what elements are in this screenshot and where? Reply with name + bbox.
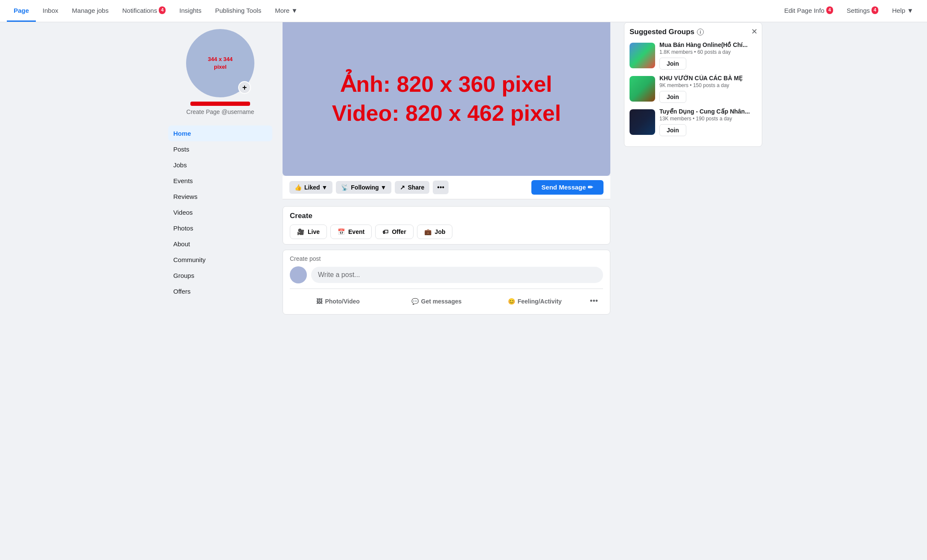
right-sidebar: Suggested Groups i ✕ Mua Bán Hàng Online… bbox=[617, 22, 762, 321]
photo-icon: 🖼 bbox=[316, 298, 322, 305]
create-post: Create post Write a post... 🖼 Photo/Vide… bbox=[283, 250, 610, 315]
main-content: Ảnh: 820 x 360 pixel Video: 820 x 462 pi… bbox=[276, 22, 617, 321]
group-info-1: Mua Bán Hàng Online(Hồ Chí... 1.8K membe… bbox=[659, 41, 757, 70]
photo-video-button[interactable]: 🖼 Photo/Video bbox=[290, 295, 386, 308]
offer-button[interactable]: 🏷 Offer bbox=[375, 225, 413, 239]
avatar-text: 344 x 344pixel bbox=[208, 55, 233, 71]
feeling-button[interactable]: 😊 Feeling/Activity bbox=[487, 295, 583, 308]
group-name-3: Tuyển Dụng - Cung Cấp Nhân... bbox=[659, 108, 757, 115]
group-meta-1: 1.8K members • 60 posts a day bbox=[659, 49, 757, 55]
nav-item-publishing-tools[interactable]: Publishing Tools bbox=[208, 0, 268, 22]
top-nav-right: Edit Page Info 4 Settings 4 Help ▼ bbox=[777, 0, 920, 22]
left-sidebar: 344 x 344pixel + Create Page @username H… bbox=[165, 22, 276, 321]
nav-item-settings[interactable]: Settings 4 bbox=[840, 0, 885, 22]
nav-item-more[interactable]: More ▼ bbox=[268, 0, 304, 22]
live-label: Live bbox=[308, 228, 320, 235]
sidebar-item-posts[interactable]: Posts bbox=[168, 141, 272, 157]
nav-item-insights[interactable]: Insights bbox=[172, 0, 208, 22]
cover-text: Ảnh: 820 x 360 pixel Video: 820 x 462 pi… bbox=[332, 70, 561, 128]
info-icon[interactable]: i bbox=[697, 29, 704, 35]
feeling-label: Feeling/Activity bbox=[518, 298, 562, 305]
sidebar-item-offers[interactable]: Offers bbox=[168, 283, 272, 299]
share-icon: ↗ bbox=[400, 184, 405, 191]
post-input[interactable]: Write a post... bbox=[311, 267, 603, 283]
create-post-input-row: Write a post... bbox=[290, 266, 603, 283]
suggested-groups: Suggested Groups i ✕ Mua Bán Hàng Online… bbox=[624, 22, 762, 147]
action-bar-left: 👍 Liked ▼ 📡 Following ▼ ↗ Share ••• bbox=[289, 181, 449, 194]
sidebar-item-photos[interactable]: Photos bbox=[168, 220, 272, 236]
nav-item-page[interactable]: Page bbox=[7, 0, 36, 22]
live-icon: 🎥 bbox=[297, 228, 304, 235]
sidebar-nav: Home Posts Jobs Events Reviews Videos Ph… bbox=[168, 125, 272, 299]
nav-item-notifications[interactable]: Notifications 4 bbox=[115, 0, 172, 22]
messages-label: Get messages bbox=[421, 298, 462, 305]
sidebar-item-home[interactable]: Home bbox=[168, 125, 272, 141]
group-meta-3: 13K members • 190 posts a day bbox=[659, 116, 757, 122]
liked-button[interactable]: 👍 Liked ▼ bbox=[289, 181, 332, 194]
avatar-plus-button[interactable]: + bbox=[238, 81, 251, 94]
create-bar-top: Create bbox=[290, 212, 603, 220]
group-item-1: Mua Bán Hàng Online(Hồ Chí... 1.8K membe… bbox=[630, 41, 757, 70]
event-label: Event bbox=[348, 228, 364, 235]
sidebar-item-reviews[interactable]: Reviews bbox=[168, 189, 272, 204]
group-name-2: KHU VƯỜN CỦA CÁC BÀ MẸ bbox=[659, 75, 757, 82]
suggested-groups-title: Suggested Groups bbox=[630, 28, 694, 36]
group-thumb-2 bbox=[630, 76, 655, 102]
event-button[interactable]: 📅 Event bbox=[330, 225, 372, 239]
following-label: Following ▼ bbox=[351, 184, 386, 191]
group-meta-2: 9K members • 150 posts a day bbox=[659, 82, 757, 88]
create-actions: 🎥 Live 📅 Event 🏷 Offer 💼 Job bbox=[290, 225, 603, 239]
live-button[interactable]: 🎥 Live bbox=[290, 225, 327, 239]
job-icon: 💼 bbox=[424, 228, 431, 235]
cover-photo[interactable]: Ảnh: 820 x 360 pixel Video: 820 x 462 pi… bbox=[283, 22, 610, 176]
nav-item-edit-page-info[interactable]: Edit Page Info 4 bbox=[777, 0, 840, 22]
cover-line1: Ảnh: 820 x 360 pixel bbox=[332, 70, 561, 99]
send-message-label: Send Message ✏ bbox=[542, 184, 593, 191]
post-avatar bbox=[290, 266, 307, 283]
feeling-icon: 😊 bbox=[508, 298, 515, 305]
join-button-1[interactable]: Join bbox=[659, 58, 686, 70]
offer-icon: 🏷 bbox=[382, 228, 388, 235]
job-label: Job bbox=[435, 228, 446, 235]
create-bar: Create 🎥 Live 📅 Event 🏷 Offer 💼 Job bbox=[283, 206, 610, 245]
job-button[interactable]: 💼 Job bbox=[417, 225, 453, 239]
liked-label: Liked ▼ bbox=[304, 184, 327, 191]
sidebar-item-groups[interactable]: Groups bbox=[168, 268, 272, 283]
page-username: Create Page @username bbox=[168, 108, 272, 115]
more-button[interactable]: ••• bbox=[433, 181, 449, 194]
sidebar-item-events[interactable]: Events bbox=[168, 173, 272, 189]
settings-badge: 4 bbox=[872, 6, 878, 14]
get-messages-button[interactable]: 💬 Get messages bbox=[388, 295, 484, 308]
suggested-groups-header: Suggested Groups i bbox=[630, 28, 757, 36]
nav-item-inbox[interactable]: Inbox bbox=[36, 0, 65, 22]
group-item-2: KHU VƯỜN CỦA CÁC BÀ MẸ 9K members • 150 … bbox=[630, 75, 757, 103]
group-info-3: Tuyển Dụng - Cung Cấp Nhân... 13K member… bbox=[659, 108, 757, 136]
join-button-3[interactable]: Join bbox=[659, 124, 686, 136]
group-name-1: Mua Bán Hàng Online(Hồ Chí... bbox=[659, 41, 757, 48]
sidebar-item-videos[interactable]: Videos bbox=[168, 204, 272, 220]
action-bar: 👍 Liked ▼ 📡 Following ▼ ↗ Share ••• Send… bbox=[283, 176, 610, 199]
group-thumb-1 bbox=[630, 43, 655, 68]
page-name-bar bbox=[190, 102, 250, 106]
cover-line2: Video: 820 x 462 pixel bbox=[332, 99, 561, 128]
top-nav-left: Page Inbox Manage jobs Notifications 4 I… bbox=[7, 0, 777, 22]
post-more-button[interactable]: ••• bbox=[585, 293, 603, 309]
sidebar-item-community[interactable]: Community bbox=[168, 252, 272, 268]
send-message-button[interactable]: Send Message ✏ bbox=[531, 180, 603, 195]
join-button-2[interactable]: Join bbox=[659, 91, 686, 103]
sidebar-item-jobs[interactable]: Jobs bbox=[168, 157, 272, 173]
create-post-header: Create post bbox=[290, 255, 603, 262]
page-layout: 344 x 344pixel + Create Page @username H… bbox=[165, 22, 762, 321]
create-post-actions: 🖼 Photo/Video 💬 Get messages 😊 Feeling/A… bbox=[290, 289, 603, 309]
edit-page-badge: 4 bbox=[826, 6, 833, 14]
offer-label: Offer bbox=[392, 228, 406, 235]
liked-icon: 👍 bbox=[294, 184, 302, 191]
share-button[interactable]: ↗ Share bbox=[395, 181, 429, 194]
create-label: Create bbox=[290, 212, 312, 220]
suggested-groups-close[interactable]: ✕ bbox=[751, 27, 758, 36]
nav-item-help[interactable]: Help ▼ bbox=[885, 0, 920, 22]
top-nav: Page Inbox Manage jobs Notifications 4 I… bbox=[0, 0, 927, 22]
nav-item-manage-jobs[interactable]: Manage jobs bbox=[65, 0, 116, 22]
sidebar-item-about[interactable]: About bbox=[168, 236, 272, 252]
following-button[interactable]: 📡 Following ▼ bbox=[336, 181, 391, 194]
